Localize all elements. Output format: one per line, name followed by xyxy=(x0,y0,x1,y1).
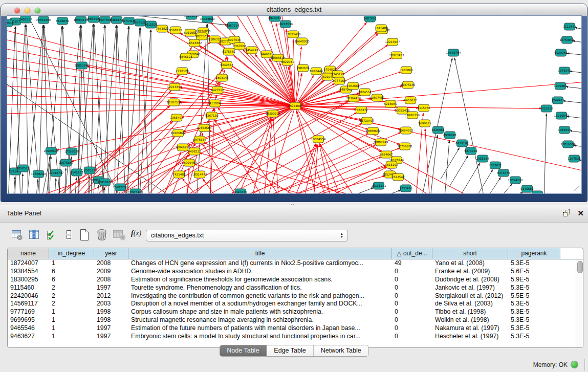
show-columns-icon[interactable] xyxy=(28,228,41,242)
graph-edge[interactable] xyxy=(39,25,43,193)
tab-node-table[interactable]: Node Table xyxy=(220,345,266,356)
graph-node[interactable]: 18107554 xyxy=(167,99,182,106)
graph-node[interactable]: 9242843 xyxy=(220,61,233,69)
graph-node[interactable]: 12923468 xyxy=(128,189,143,193)
graph-node[interactable]: 10654112 xyxy=(508,177,523,184)
graph-edge[interactable] xyxy=(286,29,295,106)
graph-node[interactable]: 18807249 xyxy=(374,139,388,146)
canvas-resize-grip[interactable] xyxy=(572,184,580,192)
graph-node[interactable]: 12375135 xyxy=(401,81,416,89)
graph-node[interactable]: 8128034 xyxy=(56,17,69,25)
graph-edge[interactable] xyxy=(13,177,15,193)
table-row[interactable]: 2242004622012Investigating the contribut… xyxy=(8,292,583,300)
graph-node[interactable]: 18325419 xyxy=(286,31,301,38)
column-header-title[interactable]: title xyxy=(128,248,392,259)
graph-node[interactable]: 16543382 xyxy=(187,39,202,47)
graph-node[interactable]: 19218596 xyxy=(278,20,293,28)
graph-node[interactable]: 10688639 xyxy=(366,127,381,135)
graph-edge[interactable] xyxy=(295,106,581,171)
graph-edge[interactable] xyxy=(461,163,480,193)
graph-node[interactable]: 8878334 xyxy=(193,136,206,143)
graph-node[interactable]: 16648784 xyxy=(446,49,461,56)
graph-edge[interactable] xyxy=(353,188,374,193)
graph-node[interactable]: 19384554 xyxy=(311,136,326,143)
graph-edge[interactable] xyxy=(151,30,151,193)
graph-node[interactable]: 20364456 xyxy=(346,95,361,102)
graph-node[interactable]: 8684067 xyxy=(380,151,393,158)
graph-node[interactable]: 8215958 xyxy=(540,105,553,112)
graph-edge[interactable] xyxy=(544,114,547,193)
graph-node[interactable]: 1989297 xyxy=(558,126,571,134)
graph-canvas-svg[interactable]: 9405572140355720691406812803418584112106… xyxy=(7,16,581,193)
graph-node[interactable]: 2522542 xyxy=(391,173,405,181)
graph-node[interactable]: 9129966 xyxy=(554,49,568,56)
graph-node[interactable]: 1375342 xyxy=(558,67,571,74)
graph-node[interactable]: 16033809 xyxy=(200,16,215,23)
graph-node[interactable]: 1902635 xyxy=(296,64,310,72)
graph-edge[interactable] xyxy=(36,179,38,193)
graph-edge[interactable] xyxy=(97,185,98,193)
graph-node[interactable]: 19166827 xyxy=(171,129,186,137)
graph-node[interactable]: 10807487 xyxy=(370,94,385,101)
table-row[interactable]: 946554611997Estimation of the future num… xyxy=(8,324,583,333)
graph-edge[interactable] xyxy=(566,53,581,55)
graph-node[interactable]: 8990444 xyxy=(310,68,323,75)
graph-node[interactable]: 7462661 xyxy=(346,82,360,90)
graph-node[interactable]: 9699695 xyxy=(418,120,431,127)
graph-node[interactable]: 10756928 xyxy=(398,143,412,150)
graph-node[interactable]: 8267130 xyxy=(205,112,219,119)
function-builder-icon[interactable]: f(x) xyxy=(131,229,146,243)
graph-node[interactable]: 16099489 xyxy=(182,159,197,166)
table-row[interactable]: 946362711997Embryonic stem cells: a mode… xyxy=(8,333,583,341)
vertical-scrollbar[interactable] xyxy=(576,259,583,347)
graph-node[interactable]: 16914479 xyxy=(192,171,207,178)
graph-node[interactable]: 8560123 xyxy=(169,27,182,34)
graph-node[interactable]: 9777169 xyxy=(333,77,346,84)
column-header-pagerank[interactable]: pagerank xyxy=(508,248,560,259)
column-header-short[interactable]: short xyxy=(432,248,508,259)
table-row[interactable]: 911546021997Tourette syndrome. Phenomeno… xyxy=(8,284,583,292)
graph-node[interactable]: 12505135 xyxy=(82,167,97,174)
graph-edge[interactable] xyxy=(570,71,581,73)
tab-edge-table[interactable]: Edge Table xyxy=(266,345,313,356)
graph-edge[interactable] xyxy=(563,101,581,103)
graph-node[interactable]: 6879197 xyxy=(455,140,469,147)
graph-node[interactable]: 15753074 xyxy=(560,36,575,43)
graph-node[interactable]: 2687652 xyxy=(363,16,377,22)
graph-node[interactable]: 2367608 xyxy=(233,42,246,50)
graph-node[interactable]: 6216065 xyxy=(384,100,397,107)
graph-node[interactable]: 9345178 xyxy=(331,71,344,78)
column-header-out_de[interactable]: △ out_de... xyxy=(392,248,432,259)
graph-edge[interactable] xyxy=(20,106,295,193)
column-header-in_degree[interactable]: in_degree xyxy=(49,248,94,259)
row-height-icon[interactable] xyxy=(62,228,75,242)
table-row[interactable]: 1938455462009Genome-wide association stu… xyxy=(8,268,583,276)
graph-node[interactable]: 8471670 xyxy=(497,169,510,177)
graph-node[interactable]: 7663822 xyxy=(156,25,169,32)
graph-edge[interactable] xyxy=(63,26,72,193)
graph-node[interactable]: 18300295 xyxy=(266,110,280,117)
graph-node[interactable]: 9750112 xyxy=(531,191,544,193)
graph-node[interactable]: 15135141 xyxy=(372,182,386,189)
graph-edge[interactable] xyxy=(444,140,449,193)
graph-node[interactable]: 16210643 xyxy=(554,112,569,119)
graph-node[interactable]: 9463627 xyxy=(404,97,417,104)
graph-node[interactable]: 8454743 xyxy=(245,47,258,54)
graph-edge[interactable] xyxy=(509,192,523,193)
graph-node[interactable]: 11568219 xyxy=(31,170,46,178)
close-panel-icon[interactable]: ✕ xyxy=(577,209,584,218)
graph-node[interactable]: 20975887 xyxy=(59,159,74,166)
graph-node[interactable]: 1112843 xyxy=(563,23,576,30)
graph-edge[interactable] xyxy=(378,190,401,193)
graph-node[interactable]: 12213967 xyxy=(385,38,400,46)
graph-node[interactable]: 2935114 xyxy=(476,155,489,162)
graph-node[interactable]: 15720407 xyxy=(360,117,375,124)
select-rows-icon[interactable] xyxy=(45,228,58,242)
graph-node[interactable]: 9827503 xyxy=(195,33,208,40)
graph-edge[interactable] xyxy=(215,123,362,193)
graph-node[interactable]: 18495756 xyxy=(405,112,420,119)
graph-edge[interactable] xyxy=(295,82,581,106)
graph-node[interactable]: 1403557 xyxy=(19,16,32,23)
graph-node[interactable]: 12042737 xyxy=(49,169,64,177)
memory-ok-indicator[interactable] xyxy=(571,361,578,368)
